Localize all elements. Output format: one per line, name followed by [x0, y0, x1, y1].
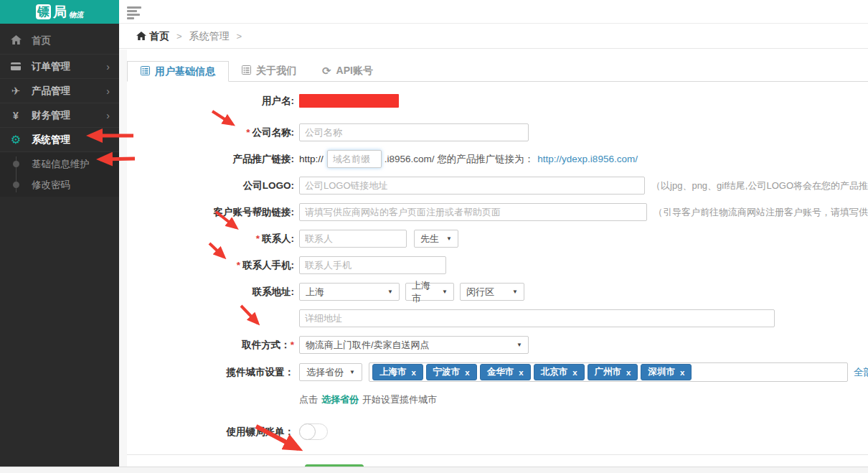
city-tags-container: 上海市x 宁波市x 金华市x 北京市x 广州市x 深圳市x	[369, 362, 848, 382]
sidebar-item-finance[interactable]: ¥ 财务管理 ›	[0, 103, 119, 128]
address-detail-input[interactable]	[299, 309, 775, 327]
close-icon[interactable]: x	[680, 368, 684, 377]
close-icon[interactable]: x	[465, 368, 469, 377]
sidebar-item-label: 产品管理	[32, 85, 70, 98]
city-tag: 深圳市x	[641, 364, 692, 380]
close-icon[interactable]: x	[519, 368, 523, 377]
tab-api-account[interactable]: ⟳ API账号	[309, 60, 386, 81]
main-content: 用户基础信息 关于我们 ⟳ API账号 用户名: *公司名称: 产品推广链接: …	[119, 50, 868, 467]
tab-label: 用户基础信息	[155, 65, 215, 78]
sidebar-item-label: 首页	[32, 34, 51, 47]
sidebar-subitem-basic-info[interactable]: 基础信息维护	[0, 154, 119, 174]
home-icon	[0, 35, 32, 47]
sidebar: 镖 局 物流 首页 订单管理 › ✈ 产品管理 › ¥ 财务管理 ›	[0, 0, 119, 467]
contact-phone-input[interactable]	[299, 256, 446, 274]
domain-prefix-input[interactable]	[327, 150, 382, 168]
close-icon[interactable]: x	[411, 368, 415, 377]
contact-input[interactable]	[299, 230, 407, 248]
logo-subtitle: 物流	[69, 10, 83, 20]
select-province-button[interactable]: 选择省份 ▼	[299, 363, 362, 381]
company-name-label: *公司名称:	[127, 126, 299, 139]
hamburger-icon[interactable]	[127, 6, 143, 18]
refresh-icon: ⟳	[322, 65, 331, 76]
tab-label: API账号	[336, 65, 373, 78]
row-pickup-cities: 揽件城市设置： 选择省份 ▼ 上海市x 宁波市x 金华市x 北京市x 广州市x …	[127, 362, 868, 382]
breadcrumb-separator: >	[237, 31, 242, 42]
required-star: *	[256, 233, 260, 244]
caret-down-icon: ▼	[516, 342, 522, 348]
chevron-right-icon: ›	[106, 110, 110, 121]
list-icon	[141, 66, 150, 78]
help-link-note: （引导客户前往物流商网站注册客户账号，请填写供	[654, 206, 868, 219]
sidebar-submenu: 基础信息维护 修改密码	[0, 152, 119, 197]
city-tag: 金华市x	[480, 364, 531, 380]
row-help-link: 客户账号帮助链接: （引导客户前往物流商网站注册客户账号，请填写供	[127, 203, 868, 221]
save-row: 保存修改	[127, 455, 868, 467]
contact-label: *联系人:	[127, 233, 299, 245]
city-tag: 宁波市x	[426, 364, 477, 380]
required-star: *	[246, 127, 250, 138]
row-address-detail	[127, 309, 868, 327]
sidebar-subitem-change-password[interactable]: 修改密码	[0, 174, 119, 195]
sidebar-subitem-label: 修改密码	[32, 179, 70, 192]
company-logo-input[interactable]	[299, 177, 645, 195]
tab-user-basic-info[interactable]: 用户基础信息	[127, 61, 229, 82]
cities-hint-select-province-link[interactable]: 选择省份	[321, 393, 359, 406]
city-tag: 上海市x	[372, 364, 423, 380]
billing-label: 使用镖局账单：	[127, 426, 299, 439]
required-star: *	[237, 260, 240, 271]
city-select[interactable]: 上海市 ▼	[405, 283, 454, 301]
sidebar-item-label: 系统管理	[32, 134, 70, 146]
breadcrumb-section[interactable]: 系统管理	[189, 30, 230, 43]
pickup-method-select[interactable]: 物流商上门取件/卖家自送网点 ▼	[299, 336, 529, 354]
company-name-input[interactable]	[299, 123, 529, 141]
sidebar-item-system[interactable]: ⚙ 系统管理	[0, 128, 119, 152]
row-company-name: *公司名称:	[127, 123, 868, 141]
select-province-button-label: 选择省份	[306, 366, 344, 379]
user-basic-info-form: 用户名: *公司名称: 产品推广链接: http:// .i8956.com/ …	[127, 82, 868, 467]
address-label: 联系地址:	[127, 286, 299, 299]
sidebar-subitem-label: 基础信息维护	[32, 158, 90, 171]
caret-down-icon: ▼	[349, 369, 355, 375]
row-pickup-method: 取件方式：* 物流商上门取件/卖家自送网点 ▼	[127, 336, 868, 354]
required-star: *	[291, 339, 294, 350]
row-company-logo: 公司LOGO: （以jpg、png、gif结尾,公司LOGO将会在您的产品推	[127, 177, 868, 195]
close-icon[interactable]: x	[572, 368, 577, 377]
caret-down-icon: ▼	[442, 289, 448, 295]
tab-label: 关于我们	[256, 65, 296, 78]
yen-icon: ¥	[0, 110, 32, 121]
tab-about-us[interactable]: 关于我们	[229, 60, 309, 81]
sidebar-item-products[interactable]: ✈ 产品管理 ›	[0, 79, 119, 103]
close-icon[interactable]: x	[626, 368, 631, 377]
contact-title-select[interactable]: 先生 ▼	[414, 230, 458, 248]
content-panel: 用户基础信息 关于我们 ⟳ API账号 用户名: *公司名称: 产品推广链接: …	[127, 50, 868, 467]
breadcrumb-home[interactable]: 首页	[136, 30, 169, 43]
app-logo[interactable]: 镖 局 物流	[0, 0, 119, 24]
district-select[interactable]: 闵行区 ▼	[460, 283, 524, 301]
pickup-cities-label: 揽件城市设置：	[127, 366, 299, 379]
sidebar-item-orders[interactable]: 订单管理 ›	[0, 55, 119, 79]
row-address: 联系地址: 上海 ▼ 上海市 ▼ 闵行区 ▼	[127, 283, 868, 301]
sidebar-item-label: 财务管理	[32, 109, 70, 122]
promo-link-url[interactable]: http://ydexp.i8956.com/	[537, 154, 638, 164]
breadcrumb-home-label: 首页	[149, 30, 169, 43]
clear-all-link[interactable]: 全部清	[854, 366, 868, 379]
help-link-input[interactable]	[299, 203, 647, 221]
pickup-method-label: 取件方式：*	[127, 339, 299, 352]
username-value-redacted	[299, 94, 399, 108]
row-username: 用户名:	[127, 92, 868, 110]
sidebar-item-home[interactable]: 首页	[0, 28, 119, 55]
company-logo-note: （以jpg、png、gif结尾,公司LOGO将会在您的产品推	[651, 179, 868, 192]
promo-link-label: 产品推广链接:	[127, 153, 299, 166]
pickup-method-value: 物流商上门取件/卖家自送网点	[306, 339, 430, 352]
help-link-label: 客户账号帮助链接:	[127, 206, 299, 219]
dot-icon	[13, 161, 19, 167]
province-select[interactable]: 上海 ▼	[299, 283, 400, 301]
list-icon	[242, 65, 251, 77]
chevron-right-icon: ›	[106, 85, 110, 97]
promo-protocol-text: http://	[299, 154, 324, 164]
province-value: 上海	[306, 286, 324, 299]
billing-toggle[interactable]	[299, 423, 328, 440]
row-contact: *联系人: 先生 ▼	[127, 230, 868, 248]
top-bar	[119, 0, 868, 24]
